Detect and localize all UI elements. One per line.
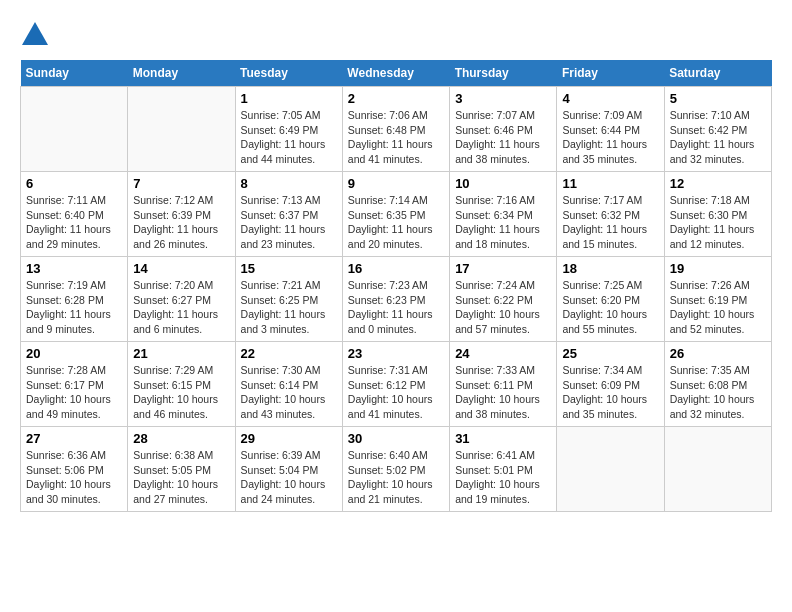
day-info: Sunrise: 6:36 AM Sunset: 5:06 PM Dayligh…	[26, 448, 122, 507]
calendar-cell: 8Sunrise: 7:13 AM Sunset: 6:37 PM Daylig…	[235, 172, 342, 257]
calendar-cell: 26Sunrise: 7:35 AM Sunset: 6:08 PM Dayli…	[664, 342, 771, 427]
day-number: 11	[562, 176, 658, 191]
day-number: 24	[455, 346, 551, 361]
day-number: 18	[562, 261, 658, 276]
calendar-cell: 19Sunrise: 7:26 AM Sunset: 6:19 PM Dayli…	[664, 257, 771, 342]
calendar-cell: 9Sunrise: 7:14 AM Sunset: 6:35 PM Daylig…	[342, 172, 449, 257]
day-number: 6	[26, 176, 122, 191]
day-number: 22	[241, 346, 337, 361]
day-number: 16	[348, 261, 444, 276]
day-info: Sunrise: 7:21 AM Sunset: 6:25 PM Dayligh…	[241, 278, 337, 337]
day-info: Sunrise: 7:05 AM Sunset: 6:49 PM Dayligh…	[241, 108, 337, 167]
calendar-cell: 12Sunrise: 7:18 AM Sunset: 6:30 PM Dayli…	[664, 172, 771, 257]
calendar-cell: 18Sunrise: 7:25 AM Sunset: 6:20 PM Dayli…	[557, 257, 664, 342]
day-header-monday: Monday	[128, 60, 235, 87]
calendar-cell: 29Sunrise: 6:39 AM Sunset: 5:04 PM Dayli…	[235, 427, 342, 512]
calendar-cell	[21, 87, 128, 172]
week-row-5: 27Sunrise: 6:36 AM Sunset: 5:06 PM Dayli…	[21, 427, 772, 512]
week-row-2: 6Sunrise: 7:11 AM Sunset: 6:40 PM Daylig…	[21, 172, 772, 257]
day-number: 13	[26, 261, 122, 276]
day-number: 9	[348, 176, 444, 191]
day-header-wednesday: Wednesday	[342, 60, 449, 87]
calendar-cell	[557, 427, 664, 512]
calendar-header: SundayMondayTuesdayWednesdayThursdayFrid…	[21, 60, 772, 87]
day-info: Sunrise: 7:12 AM Sunset: 6:39 PM Dayligh…	[133, 193, 229, 252]
day-info: Sunrise: 7:23 AM Sunset: 6:23 PM Dayligh…	[348, 278, 444, 337]
day-number: 26	[670, 346, 766, 361]
day-header-friday: Friday	[557, 60, 664, 87]
calendar-cell: 22Sunrise: 7:30 AM Sunset: 6:14 PM Dayli…	[235, 342, 342, 427]
day-number: 25	[562, 346, 658, 361]
day-number: 15	[241, 261, 337, 276]
calendar-body: 1Sunrise: 7:05 AM Sunset: 6:49 PM Daylig…	[21, 87, 772, 512]
day-number: 8	[241, 176, 337, 191]
day-number: 27	[26, 431, 122, 446]
day-number: 7	[133, 176, 229, 191]
calendar-cell: 7Sunrise: 7:12 AM Sunset: 6:39 PM Daylig…	[128, 172, 235, 257]
day-info: Sunrise: 7:16 AM Sunset: 6:34 PM Dayligh…	[455, 193, 551, 252]
day-number: 12	[670, 176, 766, 191]
day-info: Sunrise: 7:26 AM Sunset: 6:19 PM Dayligh…	[670, 278, 766, 337]
day-info: Sunrise: 7:13 AM Sunset: 6:37 PM Dayligh…	[241, 193, 337, 252]
day-number: 29	[241, 431, 337, 446]
calendar-cell: 23Sunrise: 7:31 AM Sunset: 6:12 PM Dayli…	[342, 342, 449, 427]
header-row: SundayMondayTuesdayWednesdayThursdayFrid…	[21, 60, 772, 87]
calendar-cell: 30Sunrise: 6:40 AM Sunset: 5:02 PM Dayli…	[342, 427, 449, 512]
calendar-cell	[128, 87, 235, 172]
day-header-saturday: Saturday	[664, 60, 771, 87]
day-header-sunday: Sunday	[21, 60, 128, 87]
calendar-table: SundayMondayTuesdayWednesdayThursdayFrid…	[20, 60, 772, 512]
day-info: Sunrise: 7:31 AM Sunset: 6:12 PM Dayligh…	[348, 363, 444, 422]
day-info: Sunrise: 6:39 AM Sunset: 5:04 PM Dayligh…	[241, 448, 337, 507]
day-info: Sunrise: 6:41 AM Sunset: 5:01 PM Dayligh…	[455, 448, 551, 507]
calendar-cell: 2Sunrise: 7:06 AM Sunset: 6:48 PM Daylig…	[342, 87, 449, 172]
day-number: 30	[348, 431, 444, 446]
day-number: 20	[26, 346, 122, 361]
day-info: Sunrise: 7:14 AM Sunset: 6:35 PM Dayligh…	[348, 193, 444, 252]
day-number: 1	[241, 91, 337, 106]
logo-icon	[20, 20, 50, 50]
week-row-3: 13Sunrise: 7:19 AM Sunset: 6:28 PM Dayli…	[21, 257, 772, 342]
calendar-cell: 17Sunrise: 7:24 AM Sunset: 6:22 PM Dayli…	[450, 257, 557, 342]
day-number: 21	[133, 346, 229, 361]
day-info: Sunrise: 7:17 AM Sunset: 6:32 PM Dayligh…	[562, 193, 658, 252]
svg-marker-0	[22, 22, 48, 45]
day-info: Sunrise: 7:25 AM Sunset: 6:20 PM Dayligh…	[562, 278, 658, 337]
day-number: 3	[455, 91, 551, 106]
day-info: Sunrise: 7:29 AM Sunset: 6:15 PM Dayligh…	[133, 363, 229, 422]
day-info: Sunrise: 7:06 AM Sunset: 6:48 PM Dayligh…	[348, 108, 444, 167]
day-info: Sunrise: 7:33 AM Sunset: 6:11 PM Dayligh…	[455, 363, 551, 422]
calendar-cell: 16Sunrise: 7:23 AM Sunset: 6:23 PM Dayli…	[342, 257, 449, 342]
calendar-cell: 25Sunrise: 7:34 AM Sunset: 6:09 PM Dayli…	[557, 342, 664, 427]
day-info: Sunrise: 7:24 AM Sunset: 6:22 PM Dayligh…	[455, 278, 551, 337]
day-info: Sunrise: 7:07 AM Sunset: 6:46 PM Dayligh…	[455, 108, 551, 167]
calendar-cell: 14Sunrise: 7:20 AM Sunset: 6:27 PM Dayli…	[128, 257, 235, 342]
day-info: Sunrise: 7:35 AM Sunset: 6:08 PM Dayligh…	[670, 363, 766, 422]
calendar-cell: 31Sunrise: 6:41 AM Sunset: 5:01 PM Dayli…	[450, 427, 557, 512]
day-number: 2	[348, 91, 444, 106]
logo	[20, 20, 54, 50]
calendar-cell: 4Sunrise: 7:09 AM Sunset: 6:44 PM Daylig…	[557, 87, 664, 172]
day-info: Sunrise: 7:28 AM Sunset: 6:17 PM Dayligh…	[26, 363, 122, 422]
day-info: Sunrise: 6:38 AM Sunset: 5:05 PM Dayligh…	[133, 448, 229, 507]
day-number: 14	[133, 261, 229, 276]
page-header	[20, 20, 772, 50]
calendar-cell: 11Sunrise: 7:17 AM Sunset: 6:32 PM Dayli…	[557, 172, 664, 257]
calendar-cell: 27Sunrise: 6:36 AM Sunset: 5:06 PM Dayli…	[21, 427, 128, 512]
calendar-cell: 20Sunrise: 7:28 AM Sunset: 6:17 PM Dayli…	[21, 342, 128, 427]
day-number: 28	[133, 431, 229, 446]
day-number: 23	[348, 346, 444, 361]
day-info: Sunrise: 7:34 AM Sunset: 6:09 PM Dayligh…	[562, 363, 658, 422]
calendar-cell: 13Sunrise: 7:19 AM Sunset: 6:28 PM Dayli…	[21, 257, 128, 342]
day-info: Sunrise: 7:09 AM Sunset: 6:44 PM Dayligh…	[562, 108, 658, 167]
calendar-cell: 6Sunrise: 7:11 AM Sunset: 6:40 PM Daylig…	[21, 172, 128, 257]
calendar-cell: 5Sunrise: 7:10 AM Sunset: 6:42 PM Daylig…	[664, 87, 771, 172]
day-info: Sunrise: 7:30 AM Sunset: 6:14 PM Dayligh…	[241, 363, 337, 422]
day-number: 4	[562, 91, 658, 106]
calendar-cell	[664, 427, 771, 512]
day-header-tuesday: Tuesday	[235, 60, 342, 87]
calendar-cell: 15Sunrise: 7:21 AM Sunset: 6:25 PM Dayli…	[235, 257, 342, 342]
calendar-cell: 24Sunrise: 7:33 AM Sunset: 6:11 PM Dayli…	[450, 342, 557, 427]
calendar-cell: 1Sunrise: 7:05 AM Sunset: 6:49 PM Daylig…	[235, 87, 342, 172]
day-number: 10	[455, 176, 551, 191]
